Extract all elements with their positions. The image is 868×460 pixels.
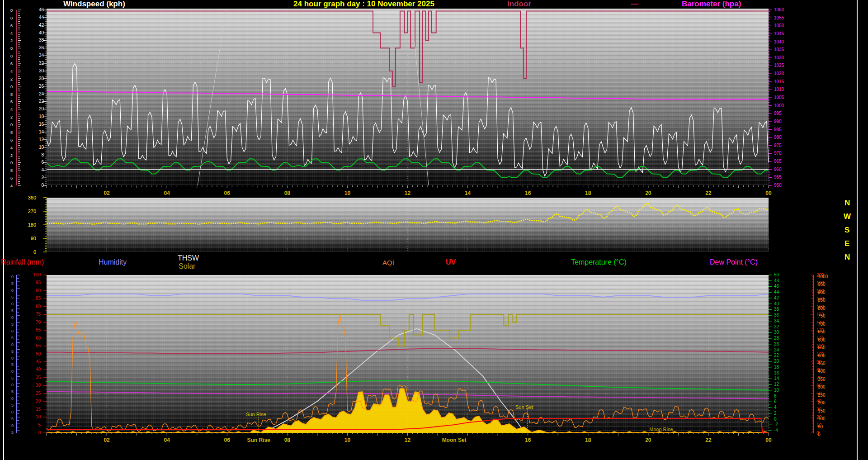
svg-text:900: 900 (818, 290, 826, 295)
svg-text:2: 2 (774, 411, 777, 416)
svg-text:55: 55 (36, 343, 41, 348)
svg-text:995: 995 (774, 111, 782, 116)
svg-text:0: 0 (10, 46, 13, 51)
svg-text:16: 16 (525, 190, 531, 196)
series-multi-sensor (47, 294, 769, 433)
svg-text:40: 40 (36, 367, 41, 372)
svg-text:0: 0 (38, 430, 41, 435)
svg-text:1045: 1045 (774, 31, 784, 36)
svg-text:1020: 1020 (774, 71, 784, 76)
svg-text:26: 26 (774, 341, 779, 346)
svg-text:28: 28 (774, 336, 779, 341)
svg-text:0: 0 (11, 410, 14, 414)
svg-text:-2: -2 (774, 422, 778, 427)
svg-text:44: 44 (774, 289, 779, 294)
svg-text:8: 8 (10, 168, 13, 173)
svg-text:22: 22 (705, 437, 712, 443)
svg-text:4: 4 (10, 107, 13, 112)
svg-text:270: 270 (28, 209, 36, 214)
svg-text:950: 950 (818, 282, 826, 287)
svg-text:5: 5 (11, 295, 14, 299)
svg-text:50: 50 (818, 424, 823, 429)
svg-text:20: 20 (645, 437, 651, 443)
svg-text:08: 08 (284, 190, 291, 196)
svg-text:0: 0 (10, 161, 13, 165)
svg-text:02: 02 (104, 437, 110, 443)
svg-text:8: 8 (10, 16, 13, 20)
svg-text:2: 2 (10, 153, 13, 158)
svg-text:150: 150 (818, 408, 826, 413)
svg-text:00: 00 (765, 190, 772, 196)
svg-text:70: 70 (36, 320, 41, 325)
svg-text:Sun Rise: Sun Rise (247, 437, 270, 443)
svg-text:350: 350 (818, 377, 826, 382)
svg-text:800: 800 (818, 306, 826, 311)
svg-text:4: 4 (10, 184, 13, 188)
x-axis: 020406081012141618202200 (47, 185, 772, 196)
svg-text:10: 10 (344, 437, 351, 443)
svg-text:975: 975 (774, 143, 782, 148)
svg-text:0: 0 (10, 8, 13, 13)
svg-text:65: 65 (36, 327, 41, 332)
svg-text:2: 2 (10, 115, 13, 119)
svg-text:985: 985 (774, 127, 782, 132)
svg-text:5: 5 (11, 336, 14, 340)
svg-text:5: 5 (38, 422, 41, 427)
svg-text:650: 650 (818, 329, 826, 334)
svg-text:06: 06 (224, 190, 231, 196)
svg-text:15: 15 (36, 407, 41, 412)
svg-text:06: 06 (224, 437, 231, 443)
svg-text:22: 22 (774, 353, 779, 358)
charts-overlay: 0864208642086420864208640246810121416182… (0, 0, 868, 460)
svg-text:8: 8 (10, 130, 13, 135)
svg-text:0: 0 (11, 369, 14, 374)
svg-text:1035: 1035 (774, 47, 784, 52)
svg-text:0: 0 (11, 275, 14, 279)
svg-text:5: 5 (11, 389, 14, 394)
svg-text:550: 550 (818, 345, 826, 350)
svg-text:0: 0 (11, 396, 14, 401)
svg-text:4: 4 (10, 31, 13, 36)
svg-text:0: 0 (11, 288, 14, 293)
svg-text:5: 5 (11, 417, 14, 421)
svg-text:25: 25 (36, 391, 41, 396)
svg-text:20: 20 (645, 190, 651, 196)
svg-text:100: 100 (33, 272, 41, 277)
svg-text:1015: 1015 (774, 79, 784, 84)
svg-text:50: 50 (774, 272, 779, 277)
svg-text:50: 50 (36, 351, 41, 356)
svg-text:990: 990 (774, 119, 782, 124)
svg-text:0: 0 (11, 383, 14, 387)
svg-text:6: 6 (10, 176, 13, 180)
x-axis: 020406Sun Rise081012Moon Set1618202200 (47, 433, 772, 443)
svg-text:20: 20 (36, 398, 41, 403)
series-windspeed-barometer (47, 10, 769, 185)
svg-text:22: 22 (705, 190, 712, 196)
svg-text:10: 10 (36, 414, 41, 419)
svg-text:8: 8 (10, 54, 13, 58)
svg-text:85: 85 (36, 296, 41, 301)
svg-text:45: 45 (36, 359, 41, 364)
svg-text:38: 38 (774, 307, 779, 312)
svg-text:450: 450 (818, 361, 826, 366)
svg-text:10: 10 (344, 190, 351, 196)
svg-text:950: 950 (774, 183, 782, 188)
svg-text:1010: 1010 (774, 87, 784, 92)
svg-text:80: 80 (36, 304, 41, 309)
svg-text:04: 04 (164, 437, 170, 443)
svg-text:48: 48 (774, 278, 779, 283)
svg-text:36: 36 (774, 313, 779, 318)
svg-text:400: 400 (818, 369, 826, 374)
svg-text:12: 12 (774, 382, 779, 387)
series-indoor (47, 11, 769, 86)
svg-text:5: 5 (11, 362, 14, 367)
svg-text:5: 5 (11, 403, 14, 408)
svg-text:980: 980 (774, 135, 782, 140)
svg-text:600: 600 (818, 337, 826, 342)
svg-text:00: 00 (765, 437, 772, 443)
svg-text:0: 0 (11, 423, 14, 428)
svg-text:200: 200 (818, 400, 826, 405)
svg-text:Moon Set: Moon Set (442, 437, 467, 443)
svg-text:960: 960 (774, 167, 782, 172)
svg-text:750: 750 (818, 313, 826, 318)
